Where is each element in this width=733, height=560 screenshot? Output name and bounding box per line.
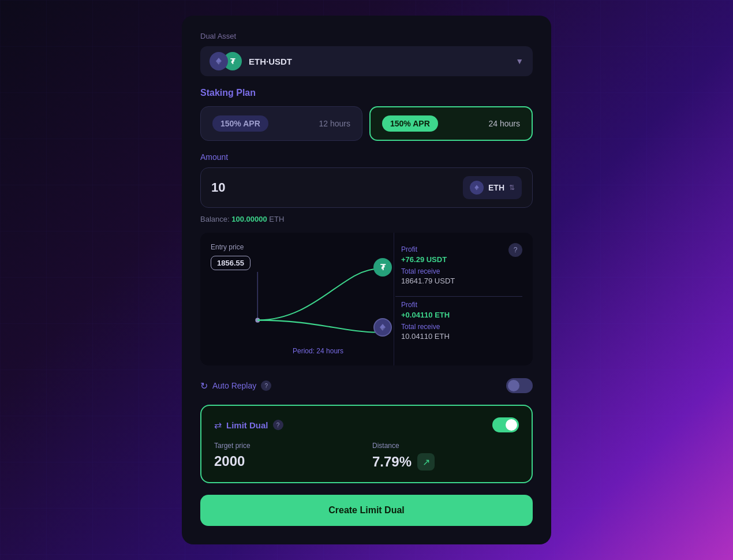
toggle-knob: [508, 380, 519, 391]
target-price-label: Target price: [214, 442, 361, 450]
amount-value: 10: [211, 180, 463, 195]
currency-arrows-icon: ⇅: [509, 184, 515, 192]
auto-replay-help-button[interactable]: ?: [261, 380, 271, 391]
profit-usdt-section: Profit +76.29 USDT Total receive 18641.7…: [401, 245, 522, 285]
total-receive-usdt-value: 18641.79 USDT: [401, 277, 522, 285]
distance-field: Distance 7.79% ↗: [372, 442, 519, 471]
usdt-token-icon: ₮: [373, 258, 392, 277]
target-price-value[interactable]: 2000: [214, 453, 361, 469]
plan-hours-12h: 12 hours: [319, 119, 350, 128]
total-receive-usdt-label: Total receive: [401, 267, 522, 275]
distance-label: Distance: [372, 442, 519, 450]
profit-eth-label: Profit: [401, 301, 522, 309]
main-card: Dual Asset ₮ ETH·USDT ▼ Staking Plan 150…: [182, 16, 551, 544]
limit-dual-label: Limit Dual: [226, 420, 268, 430]
profit-usdt-label: Profit: [401, 245, 522, 253]
period-label: Period: 24 hours: [293, 347, 343, 355]
currency-eth-icon: [470, 181, 484, 195]
eth-token-icon: [373, 318, 392, 337]
create-limit-dual-button[interactable]: Create Limit Dual: [200, 495, 533, 526]
auto-replay-label: Auto Replay: [212, 381, 256, 390]
currency-name: ETH: [488, 183, 504, 192]
chart-area: Entry price 1856.55 ? ₮: [200, 233, 533, 365]
plan-apr-badge-12h: 150% APR: [212, 115, 268, 132]
asset-icons: ₮: [210, 52, 242, 70]
staking-plan-label: Staking Plan: [200, 88, 533, 98]
replay-icon: ↻: [200, 380, 208, 391]
eth-icon: [210, 52, 228, 70]
auto-replay-row: ↻ Auto Replay ?: [200, 376, 533, 395]
balance-row: Balance: 100.00000 ETH: [200, 215, 533, 223]
asset-pair-name: ETH·USDT: [249, 57, 515, 66]
limit-dual-help-icon: ?: [276, 422, 280, 428]
chevron-down-icon: ▼: [515, 57, 523, 66]
distance-row: 7.79% ↗: [372, 453, 519, 471]
limit-dual-toggle-knob: [506, 419, 517, 431]
limit-dual-help-button[interactable]: ?: [273, 420, 283, 430]
total-receive-eth-label: Total receive: [401, 323, 522, 331]
plan-apr-badge-24h: 150% APR: [382, 115, 438, 132]
distance-value: 7.79%: [372, 454, 412, 470]
currency-selector[interactable]: ETH ⇅: [463, 176, 522, 199]
balance-amount: 100.00000: [231, 215, 267, 223]
limit-dual-fields: Target price 2000 Distance 7.79% ↗: [214, 442, 519, 471]
profit-usdt-value: +76.29 USDT: [401, 255, 522, 264]
total-receive-eth-value: 10.04110 ETH: [401, 332, 522, 341]
arrow-up-icon[interactable]: ↗: [417, 453, 435, 471]
amount-label: Amount: [200, 152, 533, 162]
dual-asset-label: Dual Asset: [200, 32, 533, 40]
amount-row: 10 ETH ⇅: [200, 167, 533, 208]
plan-hours-24h: 24 hours: [489, 119, 520, 128]
limit-dual-header: ⇄ Limit Dual ?: [214, 417, 519, 432]
target-price-field: Target price 2000: [214, 442, 361, 471]
limit-dual-icon: ⇄: [214, 420, 222, 431]
plan-option-24h[interactable]: 150% APR 24 hours: [369, 106, 533, 141]
plan-option-12h[interactable]: 150% APR 12 hours: [200, 106, 362, 141]
auto-replay-help-icon: ?: [265, 383, 268, 389]
balance-currency: ETH: [269, 215, 284, 223]
auto-replay-toggle[interactable]: [506, 378, 533, 393]
asset-selector[interactable]: ₮ ETH·USDT ▼: [200, 46, 533, 76]
limit-dual-box: ⇄ Limit Dual ? Target price 2000 Distanc…: [200, 405, 533, 483]
balance-label: Balance:: [200, 215, 230, 223]
plan-options-container: 150% APR 12 hours 150% APR 24 hours: [200, 106, 533, 141]
limit-dual-toggle[interactable]: [492, 417, 519, 432]
profit-eth-value: +0.04110 ETH: [401, 311, 522, 319]
profit-eth-section: Profit +0.04110 ETH Total receive 10.041…: [401, 301, 522, 341]
